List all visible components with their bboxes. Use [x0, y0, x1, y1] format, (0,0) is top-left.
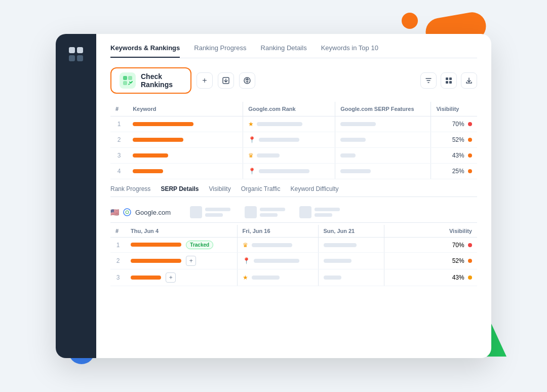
tab-ranking-progress[interactable]: Ranking Progress — [194, 44, 246, 58]
download-button[interactable] — [461, 72, 477, 89]
serp-table-row: 3 + ★ 43% — [110, 269, 477, 286]
serp-col-num: # — [110, 225, 126, 238]
date2-icon: 📍 — [243, 257, 250, 264]
col-header-serp: Google.com SERP Features — [335, 102, 431, 116]
serp-col-date2: Fri, Jun 16 — [237, 225, 318, 238]
rank-bar — [259, 138, 299, 142]
visibility-dot — [468, 122, 472, 126]
main-tabs: Keywords & Rankings Ranking Progress Ran… — [110, 44, 477, 58]
svg-rect-0 — [123, 76, 127, 80]
col-header-rank: Google.com Rank — [243, 102, 335, 116]
svg-rect-7 — [446, 81, 448, 84]
keyword-bar — [133, 169, 163, 173]
visibility-dot — [468, 169, 472, 173]
row-serp — [335, 164, 431, 179]
row-visibility: 70% — [431, 116, 477, 132]
check-rankings-button[interactable]: Check Rankings — [110, 67, 191, 94]
row-rank: 📍 — [243, 132, 335, 148]
main-content: Keywords & Rankings Ranking Progress Ran… — [96, 34, 491, 358]
serp-bar-date1 — [131, 259, 181, 263]
download-icon — [465, 77, 473, 84]
grid-view-button[interactable] — [441, 72, 457, 89]
serp-row-num: 1 — [110, 238, 126, 253]
sub-tab-visibility[interactable]: Visibility — [209, 185, 231, 192]
serp-bar — [340, 153, 356, 158]
check-rankings-title: Check — [141, 72, 173, 81]
serp-visibility-value: 70% — [452, 242, 464, 249]
serp-row-date1: Tracked — [126, 238, 237, 253]
sub-tab-organic-traffic[interactable]: Organic Traffic — [241, 185, 281, 192]
plus-button[interactable]: + — [186, 256, 196, 266]
placeholder-line — [315, 213, 332, 217]
google-placeholder-1 — [190, 206, 230, 218]
row-visibility: 43% — [431, 148, 477, 164]
serp-table-row: 1 Tracked ♛ 70% — [110, 238, 477, 253]
tab-ranking-details[interactable]: Ranking Details — [261, 44, 307, 58]
decorative-blob-small-orange — [402, 13, 418, 29]
grid-view-icon — [445, 77, 452, 84]
serp-bar-date3 — [324, 259, 351, 263]
serp-row-visibility: 52% — [384, 253, 477, 269]
serp-visibility-dot — [468, 243, 472, 247]
serp-row-date2: ♛ — [237, 238, 318, 253]
serp-row-visibility: 43% — [384, 269, 477, 286]
col-header-keyword: Keyword — [128, 102, 243, 116]
sub-tabs: Rank Progress SERP Details Visibility Or… — [110, 185, 477, 197]
placeholder-avatar — [245, 206, 257, 218]
row-keyword — [128, 116, 243, 132]
import-button[interactable] — [218, 72, 234, 89]
share-button[interactable] — [239, 72, 255, 89]
filter-icon — [425, 77, 432, 84]
visibility-dot — [468, 138, 472, 142]
rank-icon-cell: ★ — [248, 121, 302, 128]
google-domain-label: Google.com — [135, 209, 171, 216]
row-num: 1 — [110, 116, 128, 132]
serp-row-date2: 📍 — [237, 253, 318, 269]
tab-keywords-top10[interactable]: Keywords in Top 10 — [321, 44, 378, 58]
serp-bar — [340, 138, 366, 142]
serp-bar-date2 — [252, 243, 292, 247]
serp-bar — [340, 122, 376, 126]
keyword-bar — [133, 138, 183, 142]
date2-icon: ♛ — [243, 242, 248, 249]
serp-row-date3 — [318, 238, 384, 253]
row-serp — [335, 148, 431, 164]
row-keyword — [128, 164, 243, 179]
row-num: 2 — [110, 132, 128, 148]
sub-tab-serp-details[interactable]: SERP Details — [161, 185, 199, 192]
sub-tab-rank-progress[interactable]: Rank Progress — [110, 185, 150, 192]
rank-icon-cell: 📍 — [248, 136, 299, 143]
sidebar — [56, 34, 96, 358]
row-num: 4 — [110, 164, 128, 179]
serp-table-row: 2 + 📍 52% — [110, 253, 477, 269]
google-placeholder-2 — [245, 206, 285, 218]
row-keyword — [128, 148, 243, 164]
plus-button[interactable]: + — [166, 272, 176, 283]
placeholder-line — [260, 208, 285, 211]
date2-icon: ★ — [243, 274, 248, 281]
svg-rect-8 — [449, 81, 452, 84]
row-serp — [335, 116, 431, 132]
sidebar-icon-grid[interactable] — [66, 44, 86, 64]
serp-bar-date3 — [324, 276, 341, 280]
serp-visibility-dot — [468, 276, 472, 280]
visibility-value: 52% — [452, 136, 464, 143]
filter-button[interactable] — [420, 72, 437, 89]
tab-keywords-rankings[interactable]: Keywords & Rankings — [110, 44, 180, 58]
visibility-dot — [468, 153, 472, 158]
visibility-value: 25% — [452, 168, 464, 175]
grid-cell — [69, 47, 75, 53]
visibility-value: 70% — [452, 121, 464, 128]
placeholder-lines — [315, 208, 340, 217]
toolbar: Check Rankings + — [110, 67, 477, 94]
keyword-bar — [133, 153, 168, 158]
keyword-bar — [133, 122, 193, 126]
placeholder-line — [205, 208, 230, 211]
serp-row-num: 2 — [110, 253, 126, 269]
rank-icon: 📍 — [248, 136, 256, 143]
add-button[interactable]: + — [197, 72, 213, 89]
share-icon — [243, 76, 251, 85]
sub-tab-keyword-difficulty[interactable]: Keyword Difficulty — [290, 185, 338, 192]
serp-table: # Thu, Jun 4 Fri, Jun 16 Sun, Jun 21 Vis… — [110, 225, 477, 286]
serp-bar — [340, 169, 371, 173]
